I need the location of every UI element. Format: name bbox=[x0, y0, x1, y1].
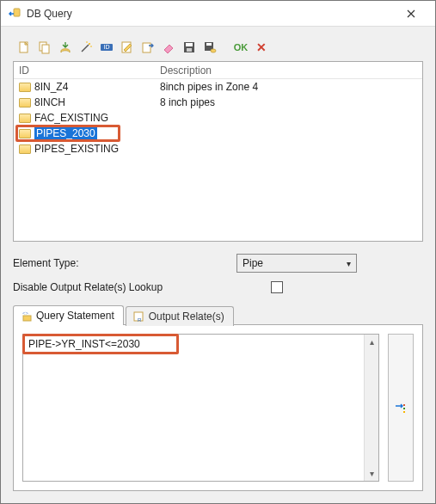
svg-text:ID: ID bbox=[104, 44, 110, 50]
run-query-button[interactable] bbox=[388, 334, 414, 482]
copy-icon[interactable] bbox=[37, 40, 52, 55]
header-id[interactable]: ID bbox=[14, 65, 160, 77]
disable-lookup-label: Disable Output Relate(s) Lookup bbox=[13, 281, 271, 293]
svg-point-4 bbox=[89, 43, 90, 45]
new-icon[interactable] bbox=[16, 40, 32, 55]
save-db-icon[interactable] bbox=[202, 40, 218, 55]
save-icon[interactable] bbox=[181, 40, 197, 55]
import-icon[interactable] bbox=[58, 40, 73, 55]
tab-query-statement[interactable]: <> Query Statement bbox=[13, 305, 124, 325]
list-item[interactable]: 8IN_Z4 8inch pipes in Zone 4 bbox=[14, 79, 422, 95]
svg-text:<>: <> bbox=[22, 310, 29, 316]
svg-rect-21 bbox=[403, 404, 405, 406]
svg-point-6 bbox=[90, 46, 92, 47]
export-icon[interactable] bbox=[140, 40, 156, 55]
query-editor-wrap: ▴ ▾ bbox=[14, 325, 388, 490]
list-item[interactable]: 8INCH 8 inch pipes bbox=[14, 95, 422, 110]
item-desc: 8 inch pipes bbox=[160, 96, 422, 108]
folder-icon bbox=[19, 144, 31, 154]
folder-icon bbox=[19, 83, 31, 92]
list-item[interactable]: PIPES_EXISTING bbox=[14, 141, 422, 157]
folder-icon bbox=[19, 98, 31, 108]
list-item[interactable]: FAC_EXISTING bbox=[14, 110, 422, 126]
output-tab-icon: R bbox=[133, 310, 145, 323]
svg-rect-10 bbox=[143, 43, 150, 52]
element-type-label: Element Type: bbox=[13, 257, 236, 269]
element-type-row: Element Type: Pipe ▾ bbox=[13, 254, 423, 273]
element-type-value: Pipe bbox=[243, 257, 263, 269]
edit-icon[interactable] bbox=[120, 40, 135, 55]
svg-text:R: R bbox=[138, 317, 142, 323]
scrollbar[interactable]: ▴ ▾ bbox=[364, 335, 378, 481]
item-id: PIPES_2030 bbox=[34, 127, 97, 139]
window-title: DB Query bbox=[27, 8, 394, 20]
wand-icon[interactable] bbox=[78, 40, 94, 55]
editor-panel: ▴ ▾ bbox=[13, 324, 423, 491]
tab-output-relates[interactable]: R Output Relate(s) bbox=[126, 306, 234, 326]
item-id: FAC_EXISTING bbox=[34, 112, 108, 124]
element-type-select[interactable]: Pipe ▾ bbox=[236, 254, 357, 273]
svg-rect-13 bbox=[187, 48, 192, 52]
item-id: PIPES_EXISTING bbox=[34, 143, 119, 155]
list-item-selected[interactable]: PIPES_2030 bbox=[14, 126, 422, 141]
folder-icon bbox=[19, 114, 31, 123]
dialog-content: ID OK ✕ ID Description 8IN_Z4 8inch pipe… bbox=[1, 27, 435, 503]
list-header: ID Description bbox=[14, 62, 422, 79]
eraser-icon[interactable] bbox=[161, 40, 176, 55]
svg-point-5 bbox=[86, 41, 88, 43]
svg-rect-18 bbox=[23, 316, 31, 321]
tab-label: Query Statement bbox=[36, 310, 114, 322]
disable-lookup-row: Disable Output Relate(s) Lookup bbox=[13, 281, 423, 293]
svg-rect-22 bbox=[403, 408, 405, 409]
scroll-up-icon[interactable]: ▴ bbox=[365, 335, 378, 349]
svg-rect-3 bbox=[42, 45, 49, 53]
app-icon bbox=[8, 7, 21, 21]
svg-point-16 bbox=[211, 49, 216, 52]
header-desc[interactable]: Description bbox=[160, 65, 422, 77]
folder-icon bbox=[19, 129, 31, 138]
svg-rect-15 bbox=[206, 43, 212, 46]
tabs: <> Query Statement R Output Relate(s) bbox=[13, 305, 423, 325]
close-button[interactable] bbox=[394, 2, 428, 26]
svg-rect-23 bbox=[403, 411, 405, 413]
svg-rect-0 bbox=[14, 9, 20, 16]
titlebar: DB Query bbox=[1, 1, 435, 27]
chevron-down-icon: ▾ bbox=[347, 259, 351, 268]
cancel-button[interactable]: ✕ bbox=[254, 40, 269, 55]
ok-button[interactable]: OK bbox=[233, 40, 249, 55]
item-id: 8INCH bbox=[34, 96, 65, 108]
svg-rect-12 bbox=[186, 43, 193, 46]
id-icon[interactable]: ID bbox=[99, 40, 114, 55]
scroll-down-icon[interactable]: ▾ bbox=[365, 466, 378, 481]
item-id: 8IN_Z4 bbox=[34, 81, 68, 93]
query-tab-icon: <> bbox=[21, 310, 33, 322]
tab-label: Output Relate(s) bbox=[149, 310, 224, 323]
toolbar: ID OK ✕ bbox=[13, 39, 423, 61]
query-list[interactable]: ID Description 8IN_Z4 8inch pipes in Zon… bbox=[13, 61, 423, 242]
disable-lookup-checkbox[interactable] bbox=[271, 281, 283, 293]
query-editor[interactable] bbox=[22, 334, 379, 482]
item-desc: 8inch pipes in Zone 4 bbox=[160, 81, 422, 93]
